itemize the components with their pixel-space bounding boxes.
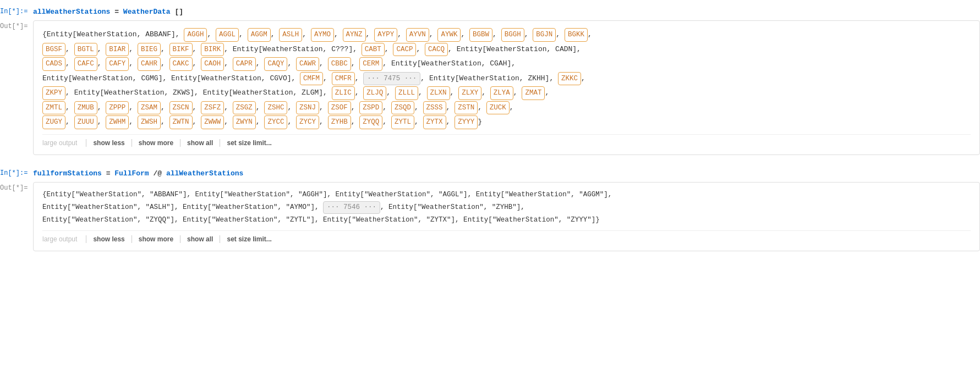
tag-ZSHC[interactable]: ZSHC <box>264 101 287 115</box>
tag-ZWTN[interactable]: ZWTN <box>169 115 193 129</box>
show-more-btn-2[interactable]: show more <box>132 235 180 243</box>
show-more-btn-1[interactable]: show more <box>132 139 180 147</box>
tag-ZYCY[interactable]: ZYCY <box>296 115 319 129</box>
c: , <box>256 103 265 112</box>
tag-AGGL[interactable]: AGGL <box>216 28 239 42</box>
tag-ZSPD[interactable]: ZSPD <box>359 101 382 115</box>
tag-ZMAT[interactable]: ZMAT <box>522 86 545 100</box>
tag-BGKK[interactable]: BGKK <box>565 28 588 42</box>
tag-CAOH[interactable]: CAOH <box>201 57 224 71</box>
tag-ZPPP[interactable]: ZPPP <box>106 101 129 115</box>
tag-ZYHB[interactable]: ZYHB <box>328 115 351 129</box>
set-size-btn-1[interactable]: set size limit... <box>220 139 278 147</box>
tag-ZUGY[interactable]: ZUGY <box>42 115 65 129</box>
tag-ZMTL[interactable]: ZMTL <box>42 101 65 115</box>
tag-ZSCN[interactable]: ZSCN <box>169 101 193 115</box>
tag-AGGM[interactable]: AGGM <box>248 28 271 42</box>
tag-BGSF[interactable]: BGSF <box>42 43 65 57</box>
tag-ZWHM[interactable]: ZWHM <box>106 115 129 129</box>
c: , <box>207 30 216 38</box>
tag-CAFC[interactable]: CAFC <box>74 57 97 71</box>
tag-AYWK[interactable]: AYWK <box>437 28 461 42</box>
tag-ZYCC[interactable]: ZYCC <box>264 115 287 129</box>
c: , <box>129 118 138 126</box>
tag-ZSFZ[interactable]: ZSFZ <box>201 101 224 115</box>
tag-CMFR[interactable]: CMFR <box>332 72 355 86</box>
tag-ZLIC[interactable]: ZLIC <box>332 86 355 100</box>
tag-CABT[interactable]: CABT <box>362 43 385 57</box>
tag-ZSTN[interactable]: ZSTN <box>455 101 478 115</box>
tag-CAHR[interactable]: CAHR <box>138 57 161 71</box>
c: , <box>510 103 514 112</box>
c: , <box>461 30 469 38</box>
tag-ZWWW[interactable]: ZWWW <box>201 115 224 129</box>
tag-ZWSH[interactable]: ZWSH <box>138 115 161 129</box>
tag-ZWYN[interactable]: ZWYN <box>233 115 256 129</box>
tag-BGTL[interactable]: BGTL <box>74 43 97 57</box>
tag-AYVN[interactable]: AYVN <box>406 28 429 42</box>
var-allWeatherStations: allWeatherStations <box>33 8 110 16</box>
tag-ZKKC[interactable]: ZKKC <box>558 72 581 86</box>
tag-CADS[interactable]: CADS <box>42 57 65 71</box>
cell1-code[interactable]: allWeatherStations = WeatherData [] <box>33 5 980 18</box>
tag-BIEG[interactable]: BIEG <box>138 43 161 57</box>
tag-CAKC[interactable]: CAKC <box>169 57 193 71</box>
tag-AYMO[interactable]: AYMO <box>311 28 334 42</box>
entity-zkhh: Entity[WeatherStation, ZKHH] <box>429 74 549 82</box>
tag-ZSOF[interactable]: ZSOF <box>328 101 351 115</box>
ellipsis-7475[interactable]: ··· 7475 ··· <box>363 72 420 86</box>
tag-ZYYY[interactable]: ZYYY <box>455 115 478 129</box>
tag-CERM[interactable]: CERM <box>359 57 382 71</box>
input-label-2: In[*]:= <box>0 169 28 177</box>
tag-BGGH[interactable]: BGGH <box>501 28 524 42</box>
tag-AYPY[interactable]: AYPY <box>374 28 397 42</box>
cell1-output: Out[*]= {Entity[WeatherStation, ABBANF],… <box>0 20 980 155</box>
tag-ZSSS[interactable]: ZSSS <box>423 101 446 115</box>
tag-ZSQD[interactable]: ZSQD <box>391 101 414 115</box>
c: , <box>414 103 423 112</box>
tag-AYNZ[interactable]: AYNZ <box>343 28 366 42</box>
tag-CAFY[interactable]: CAFY <box>106 57 129 71</box>
cell2-output-box: {Entity["WeatherStation", "ABBANF"], Ent… <box>33 182 980 252</box>
tag-ZLJQ[interactable]: ZLJQ <box>363 86 386 100</box>
tag-CAWR[interactable]: CAWR <box>296 57 319 71</box>
tag-BIRK[interactable]: BIRK <box>201 43 224 57</box>
tag-CBBC[interactable]: CBBC <box>328 57 351 71</box>
tag-ZMUB[interactable]: ZMUB <box>74 101 97 115</box>
entity-c???: Entity[WeatherStation, C???] <box>233 45 353 53</box>
tag-ZLLL[interactable]: ZLLL <box>395 86 418 100</box>
tag-ZLXY[interactable]: ZLXY <box>458 86 481 100</box>
tag-ZLXN[interactable]: ZLXN <box>427 86 450 100</box>
show-less-btn-2[interactable]: show less <box>86 235 131 243</box>
tag-CMFM[interactable]: CMFM <box>300 72 323 86</box>
show-all-btn-2[interactable]: show all <box>180 235 220 243</box>
c: , <box>161 59 169 68</box>
tag-BIAR[interactable]: BIAR <box>106 43 129 57</box>
cell2-code[interactable]: fullformStations = FullForm /@ allWeathe… <box>33 167 980 180</box>
tag-CACQ[interactable]: CACQ <box>425 43 448 57</box>
tag-CACP[interactable]: CACP <box>393 43 416 57</box>
tag-BGBW[interactable]: BGBW <box>469 28 492 42</box>
tag-CAPR[interactable]: CAPR <box>233 57 256 71</box>
tag-BGJN[interactable]: BGJN <box>533 28 556 42</box>
tag-ZYTL[interactable]: ZYTL <box>391 115 414 129</box>
tag-ZSGZ[interactable]: ZSGZ <box>233 101 256 115</box>
tag-ZLYA[interactable]: ZLYA <box>490 86 513 100</box>
ellipsis-7546[interactable]: ··· 7546 ··· <box>323 201 380 214</box>
tag-ZUUU[interactable]: ZUUU <box>74 115 97 129</box>
show-all-btn-1[interactable]: show all <box>180 139 220 147</box>
cell2-line2-start: Entity["WeatherStation", "ASLH"], Entity… <box>42 203 323 211</box>
tag-ZSNJ[interactable]: ZSNJ <box>296 101 319 115</box>
tag-CAQY[interactable]: CAQY <box>264 57 287 71</box>
show-less-btn-1[interactable]: show less <box>86 139 131 147</box>
tag-ZUCK[interactable]: ZUCK <box>486 101 510 115</box>
tag-BIKF[interactable]: BIKF <box>169 43 193 57</box>
tag-AGGH[interactable]: AGGH <box>184 28 207 42</box>
tag-ZYTX[interactable]: ZYTX <box>423 115 446 129</box>
set-size-btn-2[interactable]: set size limit... <box>220 235 278 243</box>
tag-ZYQQ[interactable]: ZYQQ <box>359 115 382 129</box>
tag-ZKPY[interactable]: ZKPY <box>42 86 65 100</box>
tag-ZSAM[interactable]: ZSAM <box>138 101 161 115</box>
cell1-footer: large output show less show more show al… <box>42 134 971 148</box>
tag-ASLH[interactable]: ASLH <box>279 28 302 42</box>
